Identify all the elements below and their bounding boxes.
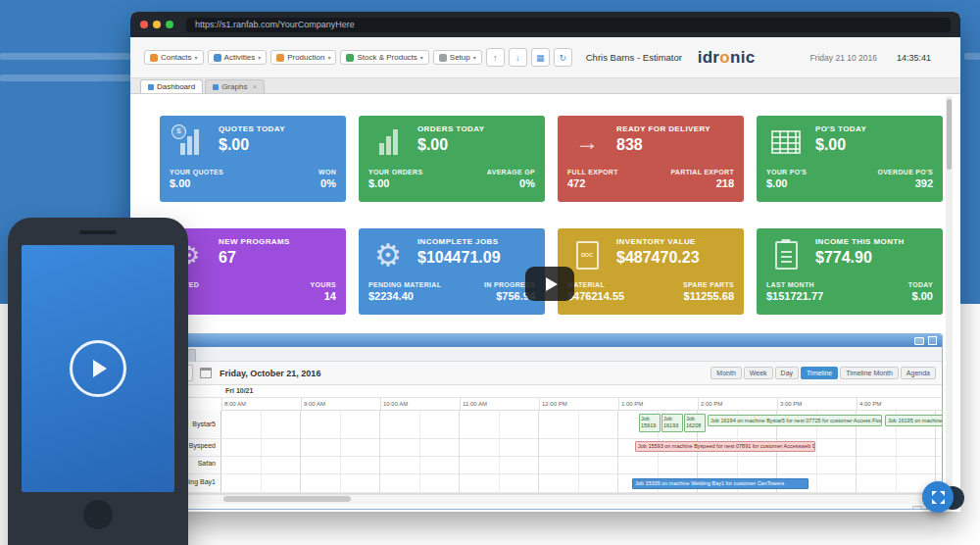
time-label: 4:00 PM bbox=[857, 398, 936, 410]
clipboard-list-icon bbox=[766, 237, 806, 272]
calendar-icon bbox=[200, 368, 212, 378]
scheduler-titlebar: Schedule bbox=[148, 334, 942, 347]
tab-graphs[interactable]: Graphs × bbox=[205, 79, 265, 93]
view-agenda[interactable]: Agenda bbox=[901, 367, 936, 379]
card-sub-label: MATERIAL bbox=[567, 281, 624, 288]
card-title: ORDERS TODAY bbox=[417, 124, 535, 133]
time-label: 12:00 PM bbox=[539, 398, 618, 410]
view-timeline-month[interactable]: Timeline Month bbox=[840, 367, 899, 379]
card-sub-label: WON bbox=[318, 169, 336, 175]
expand-fab[interactable] bbox=[922, 481, 954, 513]
card-orders-today[interactable]: ORDERS TODAY $.00 YOUR ORDERS $.00 AVERA… bbox=[359, 116, 545, 202]
scrollbar-thumb[interactable] bbox=[947, 99, 952, 170]
card-incomplete-jobs[interactable]: ⚙ INCOMPLETE JOBS $104471.09 PENDING MAT… bbox=[359, 228, 545, 315]
phone-home-button bbox=[83, 500, 113, 529]
view-timeline[interactable]: Timeline bbox=[801, 367, 838, 379]
card-quotes-today[interactable]: $ QUOTES TODAY $.00 YOUR QUOTES $.00 bbox=[160, 116, 346, 202]
scrollbar-thumb[interactable] bbox=[223, 496, 351, 502]
phone-play-button[interactable] bbox=[70, 340, 126, 397]
menu-setup[interactable]: Setup ▾ bbox=[433, 50, 482, 65]
card-value: $487470.23 bbox=[616, 249, 734, 267]
tab-label: Graphs bbox=[221, 82, 247, 91]
menu-label: Contacts bbox=[161, 53, 192, 62]
menu-production[interactable]: Production ▾ bbox=[270, 50, 336, 65]
time-label: 10:00 AM bbox=[380, 398, 460, 410]
chevron-down-icon: ▾ bbox=[258, 54, 261, 61]
card-sub-value: $.00 bbox=[766, 177, 807, 189]
resource-label: Safan bbox=[198, 460, 216, 467]
menu-stock-products[interactable]: Stock & Products ▾ bbox=[340, 50, 428, 65]
chevron-down-icon: ▾ bbox=[473, 54, 476, 61]
job-event[interactable]: Job 16195 on machine Bystar5 for bbox=[885, 415, 942, 426]
grid-view-button[interactable]: ▦ bbox=[531, 48, 550, 67]
job-event[interactable]: Job 16194 on machine Bystar5 for nest 07… bbox=[708, 415, 882, 426]
card-sub-value: $11255.68 bbox=[683, 290, 734, 302]
down-arrow-button[interactable]: ↓ bbox=[509, 48, 527, 67]
menu-label: Setup bbox=[450, 53, 470, 62]
menu-label: Stock & Products bbox=[357, 53, 416, 62]
card-sub-label: YOUR QUOTES bbox=[170, 169, 223, 175]
chevron-down-icon: ▾ bbox=[420, 54, 423, 61]
view-month[interactable]: Month bbox=[710, 367, 741, 379]
vertical-scrollbar[interactable] bbox=[946, 96, 953, 500]
maximize-window-icon[interactable] bbox=[166, 21, 173, 28]
tab-dashboard[interactable]: Dashboard bbox=[140, 79, 203, 93]
card-value: $774.90 bbox=[815, 249, 933, 267]
card-ready-for-delivery[interactable]: → READY FOR DELIVERY 838 FULL EXPORT 472 bbox=[558, 116, 744, 202]
menu-activities[interactable]: Activities ▾ bbox=[208, 50, 268, 65]
card-title: NEW PROGRAMS bbox=[219, 237, 336, 246]
job-event[interactable]: Job 15335 on machine Welding Bay1 for cu… bbox=[632, 478, 808, 489]
card-sub-label: FULL EXPORT bbox=[567, 169, 618, 175]
job-event[interactable]: Job 16208 on bbox=[684, 414, 706, 432]
video-play-button[interactable] bbox=[525, 267, 574, 301]
current-time: 14:35:41 bbox=[897, 53, 931, 63]
up-arrow-button[interactable]: ↑ bbox=[486, 48, 505, 67]
url-bar[interactable]: https://s1.ranfab.com/YourCompanyHere bbox=[186, 18, 951, 32]
minimize-window-icon[interactable] bbox=[153, 21, 161, 28]
card-sub-label: YOUR PO'S bbox=[766, 169, 807, 175]
chevron-down-icon: ▾ bbox=[195, 54, 198, 61]
card-value: $.00 bbox=[815, 136, 933, 154]
view-week[interactable]: Week bbox=[744, 367, 773, 379]
card-income-this-month[interactable]: INCOME THIS MONTH $774.90 LAST MONTH $15… bbox=[757, 228, 943, 315]
play-icon bbox=[546, 277, 558, 291]
scheduler-grid: Bystar5 Byspeed Safan Welding Bay1 Job 1… bbox=[148, 411, 942, 494]
job-event[interactable]: Job 15919 on bbox=[639, 414, 661, 432]
card-sub-value: $.00 bbox=[908, 290, 933, 302]
card-sub-label: PENDING MATERIAL bbox=[368, 281, 441, 288]
dashboard-tab-icon bbox=[148, 84, 154, 90]
down-arrow-icon: ↓ bbox=[515, 53, 520, 63]
scheduler-footer: Resources space: DefaultApplication bbox=[148, 504, 942, 510]
close-window-icon[interactable] bbox=[140, 21, 148, 28]
browser-titlebar: https://s1.ranfab.com/YourCompanyHere bbox=[130, 12, 960, 37]
browser-window: https://s1.ranfab.com/YourCompanyHere Co… bbox=[130, 12, 960, 512]
card-sub-label: YOURS bbox=[311, 281, 336, 288]
card-sub-label: LAST MONTH bbox=[766, 281, 823, 288]
menu-contacts[interactable]: Contacts ▾ bbox=[144, 50, 204, 65]
up-arrow-icon: ↑ bbox=[493, 53, 498, 63]
view-day[interactable]: Day bbox=[775, 367, 799, 379]
card-pos-today[interactable]: PO'S TODAY $.00 YOUR PO'S $.00 OVERDUE P… bbox=[757, 116, 943, 202]
card-value: $.00 bbox=[219, 136, 336, 154]
card-sub-value: 218 bbox=[670, 177, 734, 189]
stock-icon bbox=[346, 54, 354, 62]
resources-space-value: DefaultApplication bbox=[209, 508, 265, 511]
arrow-right-icon: → bbox=[567, 124, 607, 160]
time-header-row: 8:00 AM 9:00 AM 10:00 AM 11:00 AM 12:00 … bbox=[221, 398, 942, 411]
card-sub-label: OVERDUE PO'S bbox=[877, 169, 933, 175]
refresh-button[interactable]: ↻ bbox=[554, 48, 572, 67]
day-header: Fri 10/21 bbox=[225, 387, 253, 394]
card-value: $.00 bbox=[417, 136, 535, 154]
zoom-out-icon[interactable] bbox=[912, 506, 922, 510]
print-icon[interactable] bbox=[914, 337, 924, 345]
job-event[interactable]: Job 16193 bbox=[662, 414, 683, 432]
tab-label: Dashboard bbox=[157, 82, 195, 91]
close-icon[interactable]: × bbox=[252, 82, 257, 91]
card-value: 838 bbox=[616, 136, 734, 154]
horizontal-scrollbar[interactable] bbox=[148, 494, 942, 504]
card-sub-value: $.00 bbox=[368, 177, 422, 189]
card-inventory-value[interactable]: DOC INVENTORY VALUE $487470.23 MATERIAL … bbox=[558, 228, 744, 315]
card-sub-value: $151721.77 bbox=[766, 290, 823, 302]
window-icon[interactable] bbox=[928, 336, 937, 345]
job-event[interactable]: Job 15593 on machine Byspeed for nest 07… bbox=[635, 441, 815, 452]
